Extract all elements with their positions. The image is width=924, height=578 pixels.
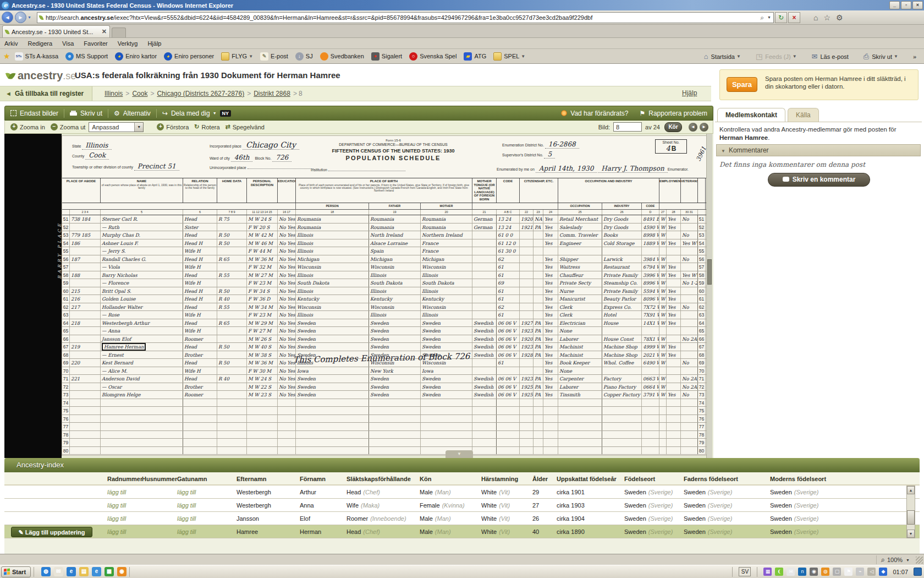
add-gatunamn-link[interactable]: lägg till [177,486,237,499]
rotate-button[interactable]: ↻Rotera [194,123,219,130]
page-zoom-control[interactable]: ⌕ 100% ▼ [876,555,910,564]
menu-item-visa[interactable]: Visa [62,40,74,47]
favorite-atg[interactable]: ▰ATG [464,52,486,61]
history-dropdown-icon[interactable]: ▼ [28,15,31,19]
favorite-sj[interactable]: ↓SJ [295,52,313,61]
address-dropdown-icon[interactable]: ▼ [767,15,771,19]
mirror-button[interactable]: ⇄Spegelvänd [226,123,265,130]
write-comment-button[interactable]: Skriv en kommentar [768,173,870,187]
network-icon[interactable]: ▢ [833,568,841,576]
breadcrumb-illinois[interactable]: Illinois [105,90,123,97]
index-scrollbar[interactable]: ▲ ▼ [906,486,915,538]
grid-icon[interactable]: ▦ [105,567,114,576]
leaf-icon[interactable]: ❨ [775,568,783,576]
comments-accordion[interactable]: ▼Kommentarer [716,144,921,156]
zoom-level-select[interactable]: Anpassad▼ [89,122,144,132]
add-radnummer-link[interactable]: lägg till [107,512,142,525]
command-startsida[interactable]: ⌂Startsida▼ [704,52,741,61]
menu-item-verktyg[interactable]: Verktyg [118,40,138,47]
add-gatunamn-link[interactable]: lägg till [177,525,237,538]
add-gatunamn-link[interactable]: lägg till [177,512,237,525]
breadcrumb-cook[interactable]: Cook [132,90,147,97]
pixel-grid-icon[interactable]: ▦ [763,568,772,576]
add-radnummer-link[interactable]: lägg till [107,499,142,512]
refresh-button[interactable]: ↻ [775,12,787,23]
favorite-eniro-personer[interactable]: ◕Eniro personer [164,52,214,61]
scroll-down-icon[interactable]: ▼ [907,530,915,538]
image-number-input[interactable]: 8 [613,122,642,132]
ancestry-logo[interactable]: ancestry.se [7,69,76,82]
restore-button[interactable]: ▫ [901,1,911,9]
index-scrollbar-thumb[interactable] [907,510,915,525]
print-button[interactable]: Skriv ut [64,106,108,120]
zoom-out-button[interactable]: −Zooma ut [51,123,85,130]
command-feeds-j-[interactable]: ◳Feeds (J)▼ [756,52,797,61]
command-skriv-ut[interactable]: ⎙Skriv ut▼ [864,52,898,61]
plug-icon[interactable]: ⌁ [856,568,864,576]
index-row-arthur[interactable]: lägg tilllägg tillWesterberghArthurHead(… [4,486,920,499]
what-changed-button[interactable]: Vad har förändrats? [556,110,634,117]
menu-item-arkiv[interactable]: Arkiv [4,40,18,47]
ie2-icon[interactable]: e [92,567,101,576]
tray-mail-icon[interactable]: ✉ [787,568,795,576]
menu-item-redigera[interactable]: Redigera [28,40,52,47]
home-icon[interactable]: ⌂ [813,13,818,22]
dropbox-icon[interactable]: ◆ [879,568,887,576]
favorite-spel[interactable]: SPEL▼ [493,52,525,61]
report-problem-button[interactable]: ⚑Rapportera problem [634,110,713,117]
breadcrumb-distrikt[interactable]: Distrikt 2868 [254,90,290,97]
save-button[interactable]: Spara [727,77,757,92]
camera-icon[interactable]: ◉ [117,567,127,576]
index-row-anna[interactable]: lägg tilllägg tillWesterberghAnnaWife(Ma… [4,499,920,512]
index-row-herman[interactable]: ✎ Lägg till uppdateringlägg tilllägg til… [4,525,920,538]
browser-tab[interactable]: Ancestry.se - 1930 United St... ✕ [2,25,110,37]
address-input[interactable]: http://search.ancestry.se/iexec?htx=View… [37,12,774,23]
speaker-icon[interactable]: ◁ [867,568,876,576]
add-gatunamn-link[interactable]: lägg till [177,499,237,512]
add-radnummer-link[interactable]: lägg till [107,525,142,538]
settings-gear-icon[interactable]: ⚙ [836,13,843,22]
viewer-scrollbar-thumb[interactable] [707,259,712,285]
tab-medlemskontakt[interactable]: Medlemskontakt [717,108,785,122]
favorite-ms-support[interactable]: eMS Support [65,52,108,61]
favorites-star-icon[interactable]: ☆ [823,13,831,22]
scroll-up-icon[interactable]: ▲ [907,486,915,494]
globe-icon[interactable]: ◍ [41,567,51,576]
minimize-button[interactable]: _ [889,1,900,9]
tab-kalla[interactable]: Källa [788,108,819,122]
n-icon[interactable]: n [798,568,806,576]
menu-item-favoriter[interactable]: Favoriter [84,40,107,47]
index-collapse-tab[interactable]: ▼ [446,450,473,458]
favorite-svedbanken[interactable]: Svedbanken [320,52,364,61]
help-link[interactable]: Hjälp [682,89,697,97]
favorite-sts-a-kassa[interactable]: STsSTs A-kassa [15,52,59,61]
menu-item-hjälp[interactable]: Hjälp [147,40,161,47]
breadcrumb-chicago[interactable]: Chicago (Districts 2627-2876) [157,90,244,97]
flag-icon[interactable]: ⚑ [844,568,853,576]
resize-grip[interactable] [916,557,923,564]
close-button[interactable]: × [912,1,923,9]
viewer-scrollbar[interactable] [706,134,712,458]
favorite-svenska-spel[interactable]: ○Svenska Spel [409,52,457,61]
mail-icon[interactable]: ✉ [54,567,63,576]
tab-close-icon[interactable]: ✕ [102,28,107,35]
stop-button[interactable]: × [788,12,800,23]
back-to-register-link[interactable]: ◄ Gå tillbaka till register [0,86,92,101]
options-button[interactable]: ⚙Alternativ [108,106,156,120]
next-image-button[interactable]: ► [700,123,708,132]
forward-button[interactable]: ► [15,12,26,23]
webcam-icon[interactable]: ◉ [810,568,818,576]
ie-icon[interactable]: e [67,567,76,576]
back-button[interactable]: ◄ [2,12,13,23]
shield-globe-icon[interactable]: ◍ [821,568,829,576]
add-radnummer-link[interactable]: lägg till [107,486,142,499]
folder-icon[interactable]: ▤ [79,567,89,576]
add-update-button[interactable]: ✎ Lägg till uppdatering [11,527,92,537]
add-favorite-star-icon[interactable]: ★ [3,52,10,61]
zoom-in-button[interactable]: +Zooma in [10,123,45,130]
only-images-button[interactable]: Endast bilder [5,106,64,120]
overflow-chevron-icon[interactable]: » [913,53,916,60]
favorite-eniro-kartor[interactable]: ◕Eniro kartor [115,52,157,61]
previous-image-button[interactable]: ◄ [689,123,697,132]
show-desktop-icon[interactable] [914,568,922,576]
